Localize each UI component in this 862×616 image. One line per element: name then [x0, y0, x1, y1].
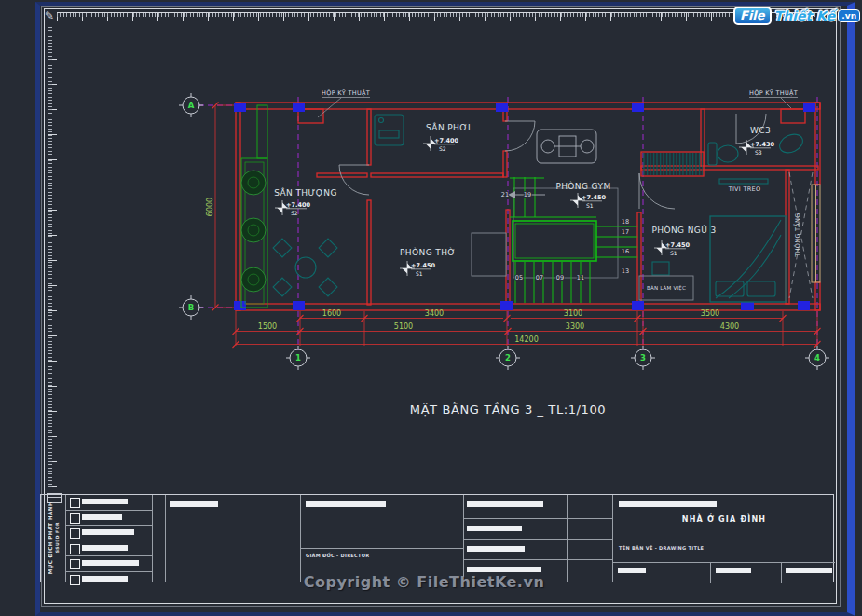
step-17: 17 [622, 228, 629, 236]
titleblock: MỤC ĐÍCH PHÁT HÀNH ISSUED FOR GIÁM ĐỐC -… [40, 494, 834, 582]
dim-total: 14200 [514, 335, 538, 344]
room-labels: SÂN THƯỢNG SÂN PHƠI PHÒNG THỜ PHÒNG GYM … [274, 122, 801, 291]
step-19: 19 [524, 191, 531, 198]
copyright-watermark: Copyright © FileThietKe.vn [144, 573, 704, 591]
cell [711, 563, 782, 583]
redacted-bar [467, 526, 522, 531]
step-11: 11 [577, 274, 584, 281]
redacted-bar [467, 567, 541, 572]
dim-3500: 3500 [701, 309, 719, 318]
issue-checkbox [70, 559, 80, 569]
titleblock-consultant-cell [166, 495, 301, 582]
level-value: +7.400 [286, 201, 310, 209]
level-value: +7.430 [750, 141, 774, 148]
level-value: +7.450 [582, 194, 606, 201]
dimension-lines [215, 105, 817, 346]
trees [241, 171, 266, 292]
sig-row [464, 519, 612, 540]
step-09: 09 [556, 274, 564, 281]
level-marker-phong-ngu-3: +7.450 S1 [654, 240, 690, 256]
redacted-bar [82, 560, 139, 566]
level-tag: S1 [670, 250, 677, 256]
redacted-bar [82, 545, 128, 551]
dim-3300: 3300 [566, 322, 584, 331]
label-ban-lam-viec: BÀN LÀM VIỆC [647, 284, 686, 291]
level-value: +7.450 [665, 241, 690, 249]
redacted-bar [467, 546, 525, 552]
room-label-phong-tho: PHÒNG THỜ [400, 247, 456, 257]
issue-checkbox [70, 544, 80, 554]
room-label-phong-ngu-3: PHÒNG NGỦ 3 [651, 225, 716, 235]
titleblock-spacer [153, 495, 166, 582]
grid-col-1: 1 [295, 353, 301, 363]
titleblock-project-cell: NHÀ Ở GIA ĐÌNH TÊN BẢN VẼ - DRAWING TITL… [613, 495, 835, 582]
issue-checkbox [70, 575, 80, 585]
level-tag: S2 [291, 210, 298, 216]
issue-checkbox [70, 528, 80, 539]
redacted-bar [716, 568, 751, 573]
titleblock-signature-rows [464, 495, 613, 582]
step-05: 05 [515, 274, 523, 281]
issue-row [66, 495, 152, 511]
redacted-bar [82, 514, 122, 520]
cell [782, 563, 835, 583]
titleblock-issue-rows [66, 495, 153, 582]
stair-railing-hatch [642, 153, 703, 175]
void-window [812, 185, 820, 282]
cad-viewport: ✎ File Thiết Kế .vn [0, 0, 862, 616]
issued-for-vi: MỤC ĐÍCH PHÁT HÀNH [48, 501, 53, 574]
titleblock-firm-cell: GIÁM ĐỐC - DIRECTOR [301, 495, 464, 582]
level-tag: S1 [416, 270, 423, 277]
label-hop-ky-thuat-left: HỘP KỸ THUẬT [322, 89, 370, 97]
drawing-title-cell: TÊN BẢN VẼ - DRAWING TITLE [613, 541, 835, 563]
grid-row-a: A [188, 101, 195, 110]
level-marker-phong-tho: +7.450 S1 [400, 261, 435, 277]
issue-row [66, 526, 152, 541]
room-label-san-thuong: SÂN THƯỢNG [274, 187, 337, 198]
redacted-bar [82, 499, 128, 504]
dim-4300: 4300 [720, 322, 739, 331]
dim-5100: 5100 [394, 322, 413, 331]
level-tag: S3 [755, 149, 762, 156]
step-21: 21 [501, 191, 509, 198]
titleblock-issued-for: MỤC ĐÍCH PHÁT HÀNH ISSUED FOR [41, 495, 66, 582]
redacted-bar [82, 529, 134, 535]
issue-row [66, 556, 152, 572]
room-label-san-phoi: SÂN PHƠI [426, 122, 471, 132]
dim-3100: 3100 [564, 309, 582, 318]
issued-for-en: ISSUED FOR [55, 522, 60, 554]
level-marker-phong-gym: +7.450 S1 [570, 193, 606, 209]
grid-col-3: 3 [640, 353, 646, 363]
step-13: 13 [622, 267, 629, 275]
label-thong-tang: THÔNG TẦNG [793, 212, 801, 257]
redacted-bar [82, 576, 128, 582]
step-16: 16 [622, 248, 629, 255]
grid-col-2: 2 [505, 353, 511, 363]
step-18: 18 [622, 218, 629, 226]
gym-equipment [537, 130, 596, 163]
step-07: 07 [536, 274, 543, 281]
level-marker-san-thuong: +7.400 S2 [275, 200, 310, 216]
director-label: GIÁM ĐỐC - DIRECTOR [306, 553, 369, 558]
walls [236, 103, 820, 310]
redacted-bar [619, 501, 717, 507]
divider [567, 495, 568, 582]
altar-table [472, 233, 506, 276]
sig-row [464, 495, 612, 519]
level-tag: S1 [586, 202, 594, 209]
level-value: +7.450 [411, 262, 435, 269]
redacted-bar [306, 501, 386, 507]
drawing-title-label: TÊN BẢN VẼ - DRAWING TITLE [619, 545, 704, 551]
project-name: NHÀ Ở GIA ĐÌNH [613, 515, 835, 524]
room-label-wc3: WC3 [750, 126, 771, 135]
sig-row [464, 540, 612, 560]
stair-rail-outline [513, 188, 618, 278]
issue-row [66, 572, 152, 587]
dim-3400: 3400 [425, 309, 444, 318]
label-tivi-treo: TIVI TREO [728, 185, 761, 193]
dim-1500: 1500 [258, 322, 277, 331]
dim-1600: 1600 [322, 309, 341, 318]
grid-col-4: 4 [814, 353, 820, 363]
firm-upper-cell [301, 495, 463, 549]
issue-checkbox [70, 513, 80, 524]
